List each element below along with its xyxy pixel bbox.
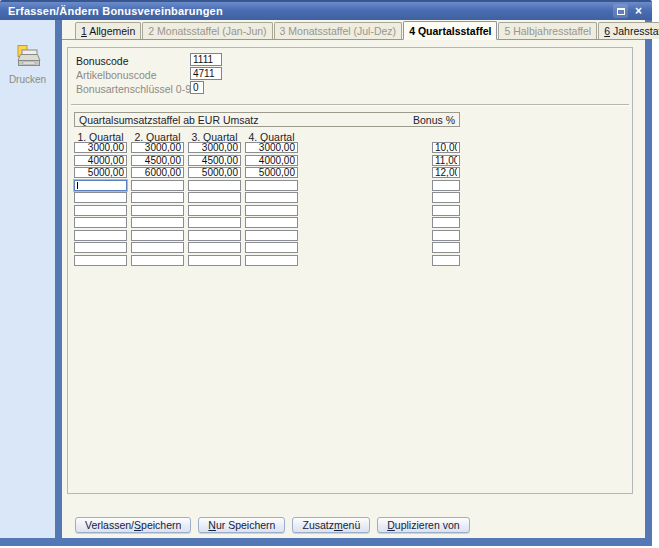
tab-quartalsstaffel[interactable]: 4 Quartalsstaffel — [403, 21, 497, 40]
button-label: S — [134, 519, 141, 531]
artikelbonuscode-label: Artikelbonuscode — [76, 69, 157, 81]
q3-input[interactable] — [188, 230, 241, 241]
staffel-header-title: Quartalsumsatzstaffel ab EUR Umsatz — [79, 114, 259, 126]
tab-halbjahresstaffel: 5 Halbjahresstaffel — [498, 22, 597, 39]
restore-button[interactable] — [613, 4, 628, 18]
window-frame: Drucken 1 Allgemein 2 Monatsstaffel (Jan… — [0, 20, 652, 546]
tab-jahresstaffel[interactable]: 6 Jahresstaffel — [598, 22, 659, 39]
q1-input[interactable] — [74, 167, 127, 178]
q1-input[interactable] — [74, 155, 127, 166]
q2-input[interactable] — [131, 180, 184, 191]
q4-input[interactable] — [245, 155, 298, 166]
q2-input[interactable] — [131, 242, 184, 253]
q3-input[interactable] — [188, 242, 241, 253]
tab-monatsstaffel-jul-dez: 3 Monatsstaffel (Jul-Dez) — [274, 22, 403, 39]
q2-input[interactable] — [131, 192, 184, 203]
q1-input[interactable] — [74, 142, 127, 153]
q3-input[interactable] — [188, 205, 241, 216]
staffel-row — [74, 217, 460, 228]
q1-input-focused[interactable] — [74, 180, 127, 191]
duplizieren-von-button[interactable]: Duplizieren von — [377, 517, 469, 533]
nur-speichern-button[interactable]: Nur Speichern — [198, 517, 285, 533]
tab-allgemein[interactable]: 1 Allgemein — [75, 22, 141, 39]
q3-input[interactable] — [188, 180, 241, 191]
q2-input[interactable] — [131, 205, 184, 216]
button-row: Verlassen/Speichern Nur Speichern Zusatz… — [75, 517, 470, 533]
q1-input[interactable] — [74, 255, 127, 266]
bonus-input[interactable] — [432, 167, 460, 178]
staffel-grid — [74, 142, 460, 267]
title-bar[interactable]: Erfassen/Ändern Bonusvereinbarungen × — [0, 0, 652, 20]
close-button[interactable]: × — [631, 4, 646, 18]
q3-input[interactable] — [188, 192, 241, 203]
restore-icon — [616, 7, 626, 16]
artikelbonuscode-input[interactable] — [190, 67, 222, 80]
q4-input[interactable] — [245, 230, 298, 241]
button-label: N — [208, 519, 216, 531]
tab-label: Allgemein — [87, 25, 135, 37]
print-label[interactable]: Drucken — [9, 74, 46, 85]
bonuscode-input[interactable] — [190, 53, 222, 66]
q1-input[interactable] — [74, 230, 127, 241]
bonus-input[interactable] — [432, 230, 460, 241]
q3-input[interactable] — [188, 255, 241, 266]
q4-input[interactable] — [245, 242, 298, 253]
q4-input[interactable] — [245, 167, 298, 178]
q2-input[interactable] — [131, 167, 184, 178]
main-panel: 1 Allgemein 2 Monatsstaffel (Jan-Jun) 3 … — [62, 20, 645, 538]
window-title: Erfassen/Ändern Bonusvereinbarungen — [8, 5, 610, 17]
bonus-input[interactable] — [432, 255, 460, 266]
q2-input[interactable] — [131, 142, 184, 153]
staffel-row — [74, 242, 460, 253]
tab-label: Monatsstaffel (Jan-Jun) — [154, 25, 266, 37]
printer-icon[interactable] — [14, 44, 42, 70]
verlassen-speichern-button[interactable]: Verlassen/Speichern — [75, 517, 191, 533]
q4-input[interactable] — [245, 192, 298, 203]
tab-monatsstaffel-jan-jun: 2 Monatsstaffel (Jan-Jun) — [142, 22, 272, 39]
zusatzmenue-button[interactable]: Zusatzmenü — [292, 517, 370, 533]
q1-input[interactable] — [74, 217, 127, 228]
q2-input[interactable] — [131, 217, 184, 228]
bonusartenschluessel-label: Bonusartenschlüssel 0-9 — [76, 83, 191, 95]
section-divider — [71, 104, 629, 106]
tab-label: Halbjahresstaffel — [510, 25, 591, 37]
q3-input[interactable] — [188, 155, 241, 166]
bonus-input[interactable] — [432, 217, 460, 228]
bonus-input[interactable] — [432, 180, 460, 191]
q2-input[interactable] — [131, 155, 184, 166]
bonus-input[interactable] — [432, 242, 460, 253]
tab-strip: 1 Allgemein 2 Monatsstaffel (Jan-Jun) 3 … — [62, 20, 645, 40]
q4-input[interactable] — [245, 255, 298, 266]
q4-input[interactable] — [245, 205, 298, 216]
button-label: Verlassen/ — [85, 519, 134, 531]
q3-input[interactable] — [188, 142, 241, 153]
q4-input[interactable] — [245, 217, 298, 228]
q3-input[interactable] — [188, 167, 241, 178]
q4-input[interactable] — [245, 142, 298, 153]
bonus-input[interactable] — [432, 142, 460, 153]
bonusartenschluessel-input[interactable] — [190, 81, 204, 94]
bonus-input[interactable] — [432, 155, 460, 166]
button-label: m — [334, 519, 343, 531]
dialog-window: Erfassen/Ändern Bonusvereinbarungen × Dr… — [0, 0, 652, 546]
q1-input[interactable] — [74, 242, 127, 253]
staffel-row — [74, 167, 460, 178]
button-label: D — [387, 519, 395, 531]
q1-input[interactable] — [74, 192, 127, 203]
q2-input[interactable] — [131, 230, 184, 241]
sidebar: Drucken — [0, 20, 55, 538]
button-label: enü — [343, 519, 361, 531]
staffel-row — [74, 255, 460, 266]
close-icon: × — [635, 5, 642, 17]
q2-input[interactable] — [131, 255, 184, 266]
button-label: uplizieren von — [395, 519, 460, 531]
quartalsstaffel-groupbox: Bonuscode Artikelbonuscode Bonusartensch… — [67, 47, 633, 494]
bonus-input[interactable] — [432, 205, 460, 216]
q3-input[interactable] — [188, 217, 241, 228]
q1-input[interactable] — [74, 205, 127, 216]
staffel-row — [74, 192, 460, 203]
staffel-row — [74, 142, 460, 153]
q4-input[interactable] — [245, 180, 298, 191]
bonus-input[interactable] — [432, 192, 460, 203]
button-label: peichern — [141, 519, 181, 531]
